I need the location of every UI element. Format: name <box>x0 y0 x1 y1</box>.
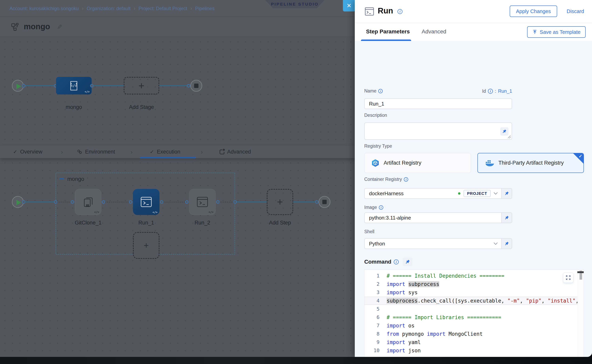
info-icon[interactable]: i <box>379 205 383 210</box>
id-row: Id i : Run_1 <box>482 88 512 94</box>
active-tab-underline <box>140 157 196 158</box>
execution-end-node[interactable] <box>319 196 330 208</box>
pin-runtime-input-icon[interactable] <box>501 188 512 198</box>
stop-icon <box>322 200 327 204</box>
connector-dot <box>160 200 163 204</box>
code-line: 3import sys <box>364 288 577 297</box>
info-icon[interactable]: i <box>404 177 408 182</box>
chevron-down-icon[interactable] <box>493 192 498 195</box>
stage-canvas: </> </> + mongo Add Stage <box>0 37 355 145</box>
connector-dot <box>187 84 190 88</box>
image-input[interactable]: python:3.11-alpine <box>364 212 512 223</box>
registry-option-artifact-registry[interactable]: Artifact Registry <box>364 153 471 173</box>
breadcrumb: Account: kurosakiichigo.songoku › Organi… <box>9 0 215 17</box>
panel-header: Run i Apply Changes Discard <box>355 0 592 23</box>
breadcrumb-separator: › <box>190 5 192 12</box>
info-icon[interactable]: i <box>378 89 383 93</box>
tab-environment[interactable]: Environment <box>77 145 115 158</box>
third-party-registry-label: Third-Party Artifact Registry <box>498 160 564 166</box>
shell-label: Shell <box>364 229 374 234</box>
plus-icon: + <box>139 81 144 91</box>
code-line: 5 <box>364 305 577 313</box>
description-textarea[interactable] <box>364 123 512 140</box>
close-panel-button[interactable]: ✕ <box>343 0 355 12</box>
connector-line <box>25 85 56 86</box>
name-input[interactable]: Run_1 <box>364 98 512 109</box>
pin-runtime-input-icon[interactable] <box>501 239 512 249</box>
connector-line <box>237 202 267 202</box>
pin-runtime-input-icon[interactable] <box>403 258 412 266</box>
shell-value: Python <box>365 241 493 247</box>
pipeline-end-node[interactable] <box>190 80 202 92</box>
add-step-button[interactable]: + <box>267 189 293 215</box>
id-value-link[interactable]: Run_1 <box>498 88 512 94</box>
step-node-gitclone-1[interactable]: </> <box>75 189 101 215</box>
info-icon[interactable]: i <box>394 260 399 264</box>
tab-step-parameters[interactable]: Step Parameters <box>366 23 410 41</box>
step-node-run-2[interactable]: </> <box>189 189 216 215</box>
code-line: 1# ====== Install Dependencies ======== <box>364 272 577 280</box>
execution-canvas: mongo </> <box>0 158 355 357</box>
stage-node-mongo[interactable]: </> </> <box>56 77 92 94</box>
resize-handle[interactable] <box>508 136 511 138</box>
connector-dot <box>22 84 26 88</box>
shell-select[interactable]: Python <box>364 238 512 249</box>
apply-changes-button[interactable]: Apply Changes <box>510 6 557 17</box>
code-line: 6# ====== Import Libraries =========== <box>364 313 577 322</box>
expand-editor-button[interactable] <box>563 273 573 283</box>
tab-overview-label: Overview <box>20 149 42 155</box>
step-node-run-1[interactable]: </> <box>133 189 160 215</box>
breadcrumb-account[interactable]: Account: kurosakiichigo.songoku <box>9 6 79 11</box>
stage-label: mongo <box>56 104 92 110</box>
connector-line-dashed <box>105 202 131 202</box>
pin-runtime-input-icon[interactable] <box>501 213 512 223</box>
connector-dot <box>71 200 74 204</box>
code-line: 2import subprocess <box>364 280 577 288</box>
tab-separator: › <box>131 149 133 155</box>
registry-type-label: Registry Type <box>364 143 392 149</box>
artifact-registry-icon <box>371 159 379 167</box>
tab-execution[interactable]: ✓ Execution <box>150 145 180 158</box>
description-label: Description <box>364 113 387 118</box>
collapse-group-icon[interactable] <box>59 178 64 179</box>
code-line: 9import yaml <box>364 338 577 346</box>
pipeline-icon <box>11 23 19 31</box>
step-config-panel: Run i Apply Changes Discard Step Paramet… <box>355 0 592 357</box>
container-registry-input[interactable]: dockerHarness PROJECT <box>364 188 512 199</box>
tab-environment-label: Environment <box>85 149 115 155</box>
tab-separator: › <box>61 149 63 155</box>
add-parallel-step-button[interactable]: + <box>133 232 160 259</box>
screen: Account: kurosakiichigo.songoku › Organi… <box>0 0 592 364</box>
image-label: Imagei <box>364 205 383 210</box>
check-icon: ✓ <box>150 149 154 155</box>
breadcrumb-project[interactable]: Project: Default Project <box>139 6 187 11</box>
registry-option-third-party[interactable]: Third-Party Artifact Registry ✓ <box>478 153 584 173</box>
info-icon[interactable]: i <box>488 89 493 94</box>
active-tab-underline <box>361 39 411 41</box>
discard-button[interactable]: Discard <box>567 6 584 17</box>
edit-pipeline-icon[interactable]: ✎ <box>57 23 62 31</box>
tab-advanced[interactable]: Advanced <box>220 145 251 158</box>
editor-scrollbar[interactable] <box>578 270 584 357</box>
plus-icon: + <box>144 241 149 250</box>
command-label: Commandi <box>364 259 399 265</box>
add-stage-button[interactable]: + <box>124 77 159 94</box>
breadcrumb-pipelines[interactable]: Pipelines <box>195 6 214 11</box>
code-line: 4subprocess.check_call([sys.executable, … <box>364 297 577 305</box>
save-as-template-label: Save as Template <box>540 29 580 35</box>
step-label: Run_1 <box>133 220 160 226</box>
code-line: 8from pymongo import MongoClient <box>364 330 577 338</box>
stage-tabs-bar: ✓ Overview › Environment › ✓ Execution › <box>0 145 355 158</box>
chevron-down-icon[interactable] <box>493 242 498 245</box>
command-editor[interactable]: 1# ====== Install Dependencies ========2… <box>364 270 584 357</box>
pipeline-studio-badge: PIPELINE STUDIO <box>265 0 324 8</box>
save-as-template-button[interactable]: Save as Template <box>527 26 586 38</box>
pin-runtime-input-icon[interactable] <box>500 127 509 136</box>
tab-overview[interactable]: ✓ Overview <box>13 145 42 158</box>
info-icon[interactable]: i <box>397 9 403 14</box>
artifact-registry-label: Artifact Registry <box>384 160 421 166</box>
tab-advanced[interactable]: Advanced <box>422 23 446 41</box>
scrollbar-dark-thumb[interactable] <box>577 271 584 273</box>
connector-line <box>293 202 317 202</box>
breadcrumb-organization[interactable]: Organization: default <box>87 6 130 11</box>
